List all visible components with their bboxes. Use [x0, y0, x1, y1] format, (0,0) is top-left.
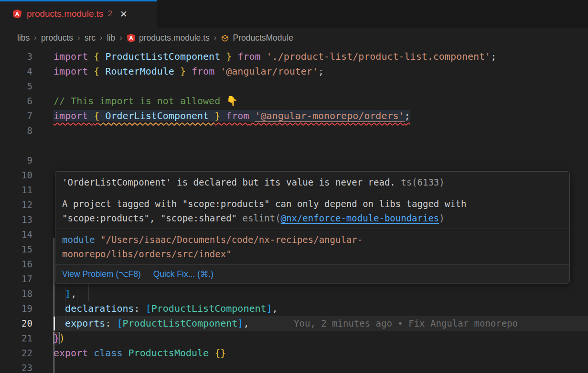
line-number: 10	[0, 168, 53, 183]
class-icon	[221, 33, 229, 43]
code-line-8[interactable]: 8	[0, 123, 588, 153]
breadcrumb-label: libs	[17, 33, 30, 43]
breadcrumb-label: src	[85, 33, 96, 43]
breadcrumb-separator: ›	[77, 33, 80, 43]
hover-actions: View Problem (⌥F8) Quick Fix... (⌘.)	[55, 265, 569, 283]
tab-products-module[interactable]: A products.module.ts 2 ✕	[0, 0, 157, 28]
code-line-19[interactable]: 19 declarations: [ProductListComponent],	[0, 301, 588, 316]
line-number: 8	[0, 123, 53, 153]
code-text: export class ProductsModule {}	[53, 346, 226, 361]
eslint-error-message: A project tagged with "scope:products" c…	[55, 193, 569, 229]
breadcrumb-item-lib[interactable]: lib	[107, 33, 116, 43]
svg-text:A: A	[129, 35, 133, 41]
code-line-3[interactable]: 3import { ProductListComponent } from '.…	[0, 49, 588, 64]
line-number: 20	[0, 316, 53, 331]
code-line-6[interactable]: 6// This import is not allowed 👇	[0, 94, 588, 109]
angular-icon: A	[127, 33, 136, 43]
angular-file-icon: A	[12, 9, 22, 19]
code-text: // This import is not allowed 👇	[53, 94, 238, 109]
code-text: import { OrderListComponent } from '@ang…	[53, 109, 410, 123]
code-text: })	[53, 331, 65, 346]
module-path-info: module "/Users/isaac/Documents/code/nx-r…	[55, 229, 569, 265]
code-text: import { ProductListComponent } from './…	[53, 49, 496, 64]
line-number: 23	[0, 361, 53, 373]
line-number: 11	[0, 183, 53, 197]
svg-text:A: A	[15, 11, 20, 17]
breadcrumb-separator: ›	[119, 33, 122, 43]
breadcrumb-item-products.module.ts[interactable]: Aproducts.module.ts	[127, 33, 210, 43]
tab-bar: A products.module.ts 2 ✕	[0, 0, 588, 28]
tab-problem-count: 2	[108, 9, 112, 19]
breadcrumb-item-products[interactable]: products	[41, 33, 73, 43]
line-number: 19	[0, 301, 53, 316]
breadcrumb-separator: ›	[34, 33, 37, 43]
active-tab-indicator	[0, 0, 157, 1]
line-number: 16	[0, 257, 53, 272]
error-hover-popup: 'OrderListComponent' is declared but its…	[55, 171, 570, 284]
ts-error-message: 'OrderListComponent' is declared but its…	[55, 172, 569, 193]
line-number: 21	[0, 331, 53, 346]
breadcrumb-label: products	[41, 33, 73, 43]
line-number: 17	[0, 272, 53, 286]
close-icon[interactable]: ✕	[120, 9, 128, 20]
breadcrumb-label: products.module.ts	[139, 33, 210, 43]
tab-title: products.module.ts	[27, 9, 104, 19]
breadcrumb-label: ProductsModule	[233, 33, 293, 43]
vscode-window: A products.module.ts 2 ✕ libs›products›s…	[0, 0, 588, 373]
text-cursor	[53, 317, 55, 330]
view-problem-button[interactable]: View Problem (⌥F8)	[62, 268, 141, 280]
code-text: import { RouterModule } from '@angular/r…	[53, 64, 324, 79]
line-number: 18	[0, 286, 53, 301]
line-number: 4	[0, 64, 53, 79]
code-line-7[interactable]: 7import { OrderListComponent } from '@an…	[0, 109, 588, 123]
line-number: 7	[0, 109, 53, 123]
line-number: 12	[0, 197, 53, 212]
breadcrumb-item-libs[interactable]: libs	[17, 33, 30, 43]
line-number: 13	[0, 212, 53, 227]
git-blame-annotation: You, 2 minutes ago • Fix Angular monorep…	[294, 316, 518, 331]
code-line-22[interactable]: 22export class ProductsModule {}	[0, 346, 588, 361]
code-line-5[interactable]: 5	[0, 79, 588, 94]
breadcrumb-separator: ›	[100, 33, 103, 43]
active-indent-guide	[53, 238, 54, 373]
code-line-9[interactable]: 9	[0, 153, 588, 168]
breadcrumb-item-src[interactable]: src	[85, 33, 96, 43]
code-line-21[interactable]: 21})	[0, 331, 588, 346]
code-line-20[interactable]: 20 exports: [ProductListComponent],You, …	[0, 316, 588, 331]
line-number: 5	[0, 79, 53, 94]
code-line-23[interactable]: 23	[0, 361, 588, 373]
ts-error-code: ts(6133)	[401, 177, 445, 187]
line-number: 22	[0, 346, 53, 361]
code-line-4[interactable]: 4import { RouterModule } from '@angular/…	[0, 64, 588, 79]
quick-fix-button[interactable]: Quick Fix... (⌘.)	[153, 268, 214, 280]
line-number: 6	[0, 94, 53, 109]
eslint-rule-link[interactable]: @nx/enforce-module-boundaries	[281, 213, 439, 223]
breadcrumb-item-productsmodule[interactable]: ProductsModule	[221, 33, 293, 43]
breadcrumb-label: lib	[107, 33, 116, 43]
line-number: 9	[0, 153, 53, 168]
code-text: exports: [ProductListComponent],	[53, 316, 249, 331]
line-number: 3	[0, 49, 53, 64]
code-text: declarations: [ProductListComponent],	[53, 301, 278, 316]
line-number: 14	[0, 227, 53, 242]
breadcrumb: libs›products›src›lib›Aproducts.module.t…	[0, 28, 588, 48]
line-number: 15	[0, 242, 53, 257]
editor: 3import { ProductListComponent } from '.…	[0, 48, 588, 373]
breadcrumb-separator: ›	[214, 33, 217, 43]
